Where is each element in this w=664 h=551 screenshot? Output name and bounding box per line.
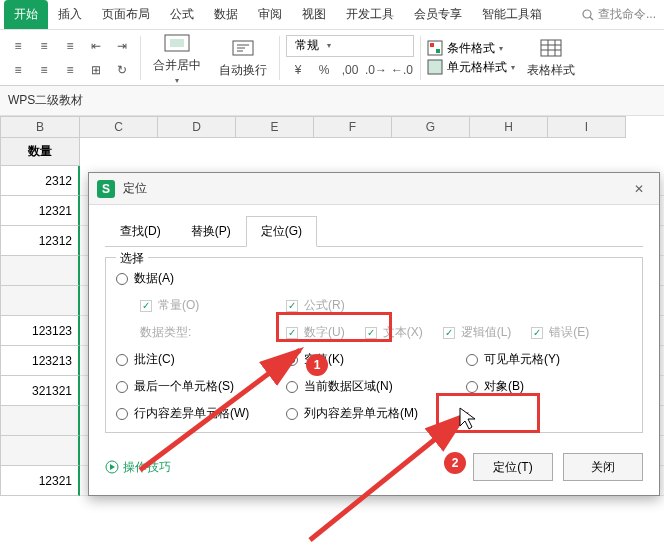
dec-dec-icon[interactable]: ←.0	[390, 59, 414, 81]
cell[interactable]: 12312	[1, 226, 80, 256]
ribbon-tab-formula[interactable]: 公式	[160, 0, 204, 29]
col-header-c[interactable]: C	[80, 116, 158, 138]
merge-center-button[interactable]: 合并居中▾	[147, 29, 207, 87]
radio-data[interactable]: 数据(A)	[116, 270, 286, 287]
cond-format-button[interactable]: 条件格式▾	[427, 40, 515, 57]
ribbon-tab-dev[interactable]: 开发工具	[336, 0, 404, 29]
search-icon	[582, 9, 594, 21]
percent-icon[interactable]: %	[312, 59, 336, 81]
goto-button[interactable]: 定位(T)	[473, 453, 553, 481]
comma-icon[interactable]: ,00	[338, 59, 362, 81]
cell[interactable]: 12321	[1, 466, 80, 496]
svg-rect-9	[541, 40, 561, 56]
search-box[interactable]: 查找命令...	[582, 6, 664, 23]
ribbon-tab-data[interactable]: 数据	[204, 0, 248, 29]
currency-icon[interactable]: ¥	[286, 59, 310, 81]
ribbon-tab-tools[interactable]: 智能工具箱	[472, 0, 552, 29]
dec-inc-icon[interactable]: .0→	[364, 59, 388, 81]
cell[interactable]: 2312	[1, 166, 80, 196]
indent-inc-icon[interactable]: ⇥	[110, 35, 134, 57]
tab-find[interactable]: 查找(D)	[105, 216, 176, 247]
col-header-f[interactable]: F	[314, 116, 392, 138]
align-center-icon[interactable]: ≡	[32, 59, 56, 81]
fieldset-legend: 选择	[116, 250, 148, 267]
radio-lastcell[interactable]: 最后一个单元格(S)	[116, 378, 286, 395]
svg-point-0	[583, 10, 591, 18]
svg-rect-6	[430, 43, 434, 47]
radio-coldiff[interactable]: 列内容差异单元格(M)	[286, 405, 466, 422]
number-format-label: 常规	[291, 37, 323, 54]
radio-curdata[interactable]: 当前数据区域(N)	[286, 378, 466, 395]
cell[interactable]	[1, 256, 80, 286]
column-headers: B C D E F G H I	[0, 116, 664, 138]
merge-center-icon	[163, 31, 191, 55]
radio-object[interactable]: 对象(B)	[466, 378, 636, 395]
svg-line-1	[590, 17, 593, 20]
dialog-titlebar: S 定位 ✕	[89, 173, 659, 205]
merge-icon[interactable]: ⊞	[84, 59, 108, 81]
search-placeholder: 查找命令...	[598, 6, 656, 23]
col-header-i[interactable]: I	[548, 116, 626, 138]
orientation-icon[interactable]: ↻	[110, 59, 134, 81]
merge-center-label: 合并居中	[153, 57, 201, 74]
radio-rowdiff[interactable]: 行内容差异单元格(W)	[116, 405, 286, 422]
ribbon-tab-layout[interactable]: 页面布局	[92, 0, 160, 29]
col-b-cells: 2312 12321 12312 123123 123213 321321 12…	[0, 166, 80, 496]
table-style-button[interactable]: 表格样式	[521, 34, 581, 81]
cell-style-label: 单元格样式	[447, 59, 507, 76]
tips-link[interactable]: 操作技巧	[105, 459, 171, 476]
check-logic: ✓逻辑值(L)	[443, 324, 512, 341]
toolbar: ≡ ≡ ≡ ⇤ ⇥ ≡ ≡ ≡ ⊞ ↻ 合并居中▾ 自动换行 常规▾ ¥ %	[0, 30, 664, 86]
cell[interactable]	[1, 406, 80, 436]
filename-bar: WPS二级教材	[0, 86, 664, 116]
align-bot-icon[interactable]: ≡	[58, 35, 82, 57]
cell-style-icon	[427, 59, 443, 75]
cell-style-button[interactable]: 单元格样式▾	[427, 59, 515, 76]
wrap-text-label: 自动换行	[219, 62, 267, 79]
col-b-label[interactable]: 数量	[0, 138, 80, 166]
select-fieldset: 选择 数据(A) ✓常量(O) ✓公式(R) 数据类型: ✓数字(U) ✓文本(…	[105, 257, 643, 433]
col-header-g[interactable]: G	[392, 116, 470, 138]
col-header-d[interactable]: D	[158, 116, 236, 138]
check-number: ✓数字(U)	[286, 324, 345, 341]
cell[interactable]: 12321	[1, 196, 80, 226]
close-button[interactable]: 关闭	[563, 453, 643, 481]
col-header-h[interactable]: H	[470, 116, 548, 138]
cell[interactable]: 123123	[1, 316, 80, 346]
ribbon-tab-start[interactable]: 开始	[4, 0, 48, 29]
cell[interactable]	[1, 436, 80, 466]
align-left-icon[interactable]: ≡	[6, 59, 30, 81]
ribbon-tabs: 开始 插入 页面布局 公式 数据 审阅 视图 开发工具 会员专享 智能工具箱 查…	[0, 0, 664, 30]
number-format-dropdown[interactable]: 常规▾	[286, 35, 414, 57]
col-header-e[interactable]: E	[236, 116, 314, 138]
table-style-icon	[537, 36, 565, 60]
cell[interactable]	[1, 286, 80, 316]
svg-rect-3	[170, 39, 184, 47]
svg-rect-8	[428, 60, 442, 74]
align-right-icon[interactable]: ≡	[58, 59, 82, 81]
col-header-b[interactable]: B	[0, 116, 80, 138]
close-icon[interactable]: ✕	[627, 182, 651, 196]
tab-replace[interactable]: 替换(P)	[176, 216, 246, 247]
check-const: ✓常量(O)	[116, 297, 286, 314]
wrap-text-button[interactable]: 自动换行	[213, 34, 273, 81]
ribbon-tab-view[interactable]: 视图	[292, 0, 336, 29]
ribbon-tab-insert[interactable]: 插入	[48, 0, 92, 29]
tab-goto[interactable]: 定位(G)	[246, 216, 317, 247]
check-error: ✓错误(E)	[531, 324, 589, 341]
wrap-text-icon	[229, 36, 257, 60]
table-style-label: 表格样式	[527, 62, 575, 79]
align-mid-icon[interactable]: ≡	[32, 35, 56, 57]
radio-comment[interactable]: 批注(C)	[116, 351, 286, 368]
ribbon-tab-review[interactable]: 审阅	[248, 0, 292, 29]
indent-dec-icon[interactable]: ⇤	[84, 35, 108, 57]
svg-rect-7	[436, 49, 440, 53]
radio-visible[interactable]: 可见单元格(Y)	[466, 351, 636, 368]
cell[interactable]: 321321	[1, 376, 80, 406]
cell[interactable]: 123213	[1, 346, 80, 376]
dialog-title: 定位	[123, 180, 627, 197]
cond-format-icon	[427, 40, 443, 56]
align-top-icon[interactable]: ≡	[6, 35, 30, 57]
radio-blank[interactable]: 空值(K)	[286, 351, 466, 368]
ribbon-tab-vip[interactable]: 会员专享	[404, 0, 472, 29]
